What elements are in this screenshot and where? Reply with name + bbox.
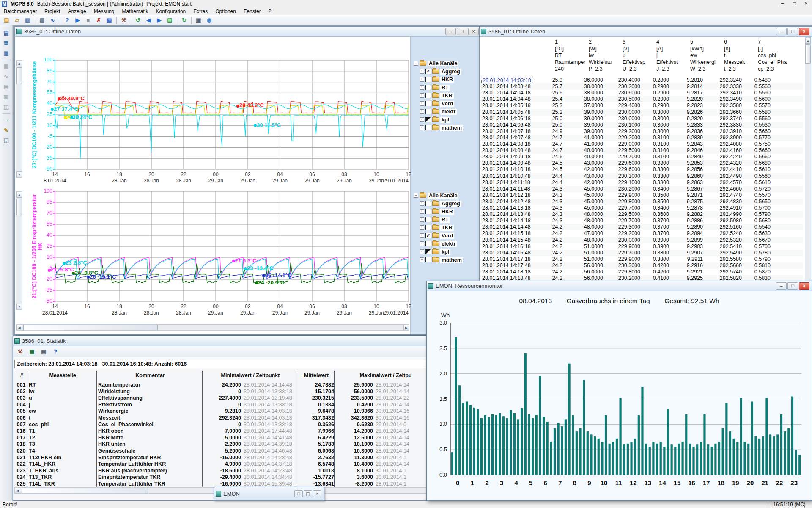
offline-value-cell[interactable]: 24.2 — [524, 250, 562, 256]
offline-value-cell[interactable]: 39.0000 — [565, 109, 603, 116]
offline-value-cell[interactable]: 0.5700 — [732, 205, 771, 211]
offline-value-cell[interactable]: 0.3800 — [631, 250, 669, 256]
expand-icon[interactable]: + — [420, 217, 424, 222]
offline-value-cell[interactable]: 45.0000 — [565, 205, 603, 211]
offline-timestamp-cell[interactable]: 28.01.2014 14:06:48 — [482, 122, 531, 128]
offline-value-cell[interactable]: 0.5790 — [732, 211, 771, 218]
stats-cell[interactable]: 10.1000 — [336, 441, 373, 447]
stats-cell[interactable]: t — [29, 415, 96, 421]
minimized-restore-button[interactable]: □ — [294, 490, 303, 497]
trend-view-button[interactable]: ∿ — [48, 16, 58, 25]
offline-value-cell[interactable]: 9.2867 — [665, 186, 703, 192]
offline-value-cell[interactable]: 0.2900 — [631, 90, 669, 96]
stats-cell[interactable]: 10.4000 — [336, 461, 373, 467]
offline-close-button[interactable]: × — [799, 28, 809, 35]
offline-value-cell[interactable]: 38.0000 — [565, 83, 603, 90]
stats-cell[interactable]: 30.01.2014 14:34:48 — [244, 474, 297, 480]
emon-minimize-button[interactable]: – — [776, 282, 787, 290]
offline-value-cell[interactable]: 9.2856 — [665, 166, 703, 173]
offline-value-cell[interactable]: 0.5560 — [732, 83, 771, 90]
stats-cell[interactable]: Temperatur Luftfühler TKR — [98, 481, 202, 487]
stats-cell[interactable]: 28.01.2014 14 — [376, 389, 435, 395]
offline-value-cell[interactable]: 24.3 — [524, 205, 562, 211]
stats-cell[interactable]: RT — [29, 382, 96, 388]
offline-value-cell[interactable]: 39.0000 — [565, 116, 603, 122]
emon-restore-button[interactable]: □ — [787, 282, 798, 290]
offline-timestamp-cell[interactable]: 28.01.2014 14:10:48 — [482, 173, 531, 179]
tree-item-label[interactable]: RT — [440, 217, 450, 223]
tree-item-rt[interactable]: +RT — [414, 215, 480, 224]
offline-value-cell[interactable]: 45.0000 — [565, 186, 603, 192]
offline-value-cell[interactable]: 0.5780 — [732, 250, 771, 256]
scroll-left-icon[interactable]: ◀ — [16, 325, 22, 330]
offline-timestamp-cell[interactable]: 28.01.2014 14:13:18 — [482, 205, 531, 211]
offline-value-cell[interactable]: 0.5700 — [732, 243, 771, 250]
offline-timestamp-cell[interactable]: 28.01.2014 14:07:48 — [482, 135, 531, 141]
stats-cell[interactable]: 3.6000 — [336, 474, 373, 480]
offline-value-cell[interactable]: 25.2 — [524, 109, 562, 116]
offline-timestamp-cell[interactable]: 28.01.2014 14:04:48 — [482, 96, 531, 102]
scroll-thumb[interactable] — [16, 199, 22, 215]
offline-value-cell[interactable]: 9.2894 — [665, 230, 703, 237]
offline-table-titlebar[interactable]: 3586_01: Offline-Daten – □ × — [480, 27, 812, 37]
stats-cell[interactable]: 24.2000 — [204, 382, 241, 388]
offline-value-cell[interactable]: 9.2890 — [665, 224, 703, 230]
stats-cell[interactable]: 30.01.2014 13:38:18 — [244, 389, 297, 395]
offline-value-cell[interactable]: 24.7 — [524, 135, 562, 141]
offline-value-cell[interactable]: 0.4200 — [631, 262, 669, 269]
offline-value-cell[interactable]: 0.5660 — [732, 147, 771, 154]
channel-checkbox[interactable] — [425, 101, 431, 106]
offline-timestamp-cell[interactable]: 28.01.2014 14:05:18 — [482, 102, 531, 109]
offline-value-cell[interactable]: 24.4 — [524, 173, 562, 179]
stats-cell[interactable]: 4.9000 — [204, 461, 241, 467]
stats-cell[interactable]: 30.01.2014 14:37:18 — [244, 461, 297, 467]
stats-cell[interactable]: 5.0000 — [204, 435, 241, 441]
tree-item-label[interactable]: kpl — [440, 249, 450, 255]
collapse-icon[interactable]: − — [414, 193, 418, 198]
trend-restore-button[interactable]: □ — [457, 28, 467, 35]
offline-value-cell[interactable]: 24.2 — [524, 269, 562, 275]
offline-timestamp-cell[interactable]: 28.01.2014 14:03:48 — [482, 83, 531, 90]
stats-cell[interactable]: 292.3240 — [204, 415, 241, 421]
offline-value-cell[interactable]: 0.5680 — [732, 218, 771, 224]
stats-cell[interactable]: 233.5000 — [336, 395, 373, 401]
tree-item-kpl[interactable]: +kpl — [414, 116, 480, 124]
stats-cell[interactable]: 28.01.2014 14:23:48 — [244, 468, 297, 474]
refresh-button[interactable]: ↻ — [179, 16, 189, 25]
offline-value-cell[interactable]: 0.3300 — [631, 160, 669, 166]
stats-cell[interactable]: cos_phi — [29, 422, 96, 428]
offline-value-cell[interactable]: 0.3700 — [631, 230, 669, 237]
stats-cell[interactable]: 10.0366 — [336, 408, 373, 414]
offline-value-cell[interactable]: 40.0000 — [565, 154, 603, 160]
offline-value-cell[interactable]: 0.2800 — [631, 77, 669, 83]
export-chart-button[interactable]: ▧ — [104, 16, 114, 25]
stats-cell[interactable]: 023 — [15, 468, 27, 474]
expand-icon[interactable]: + — [420, 241, 424, 246]
offline-timestamp-cell[interactable]: 28.01.2014 14:14:48 — [482, 224, 531, 230]
stats-cell[interactable]: 25.9000 — [336, 382, 373, 388]
offline-value-cell[interactable]: 24.7 — [524, 147, 562, 154]
open-button[interactable]: ▱ — [12, 16, 22, 25]
stats-cell[interactable]: -16.0000 — [204, 455, 241, 461]
stats-cell[interactable]: T13_TKR — [29, 474, 96, 480]
stats-cell[interactable]: 30.01.2014 14:41:48 — [244, 435, 297, 441]
tree-item-label[interactable]: Aggreg — [440, 69, 461, 75]
offline-value-cell[interactable]: 9.2911 — [665, 256, 703, 262]
trend-hscrollbar[interactable]: ◀▶ — [16, 324, 409, 331]
new-matrix-button[interactable]: ▥ — [1, 92, 11, 102]
tree-item-verd[interactable]: +✓Verd — [414, 232, 480, 240]
offline-timestamp-cell[interactable]: 28.01.2014 14:12:18 — [482, 192, 531, 199]
report-config-button[interactable]: ▤ — [1, 28, 11, 38]
stats-cell[interactable]: 8.1000 — [336, 468, 373, 474]
stats-cell[interactable]: 24.7882 — [299, 382, 334, 388]
offline-value-cell[interactable]: 0.5720 — [732, 186, 771, 192]
offline-value-cell[interactable]: 51.0000 — [565, 243, 603, 250]
scroll-thumb[interactable] — [22, 488, 148, 493]
offline-value-cell[interactable]: 43.0000 — [565, 173, 603, 179]
stats-cell[interactable]: -16.9000 — [204, 481, 241, 487]
stats-cell[interactable]: 0 — [204, 389, 241, 395]
offline-value-cell[interactable]: 0.5750 — [732, 141, 771, 147]
offline-timestamp-cell[interactable]: 28.01.2014 14:15:18 — [482, 230, 531, 237]
stats-cell[interactable]: HKR Mitte — [98, 435, 202, 441]
offline-value-cell[interactable]: 0.5580 — [732, 109, 771, 116]
